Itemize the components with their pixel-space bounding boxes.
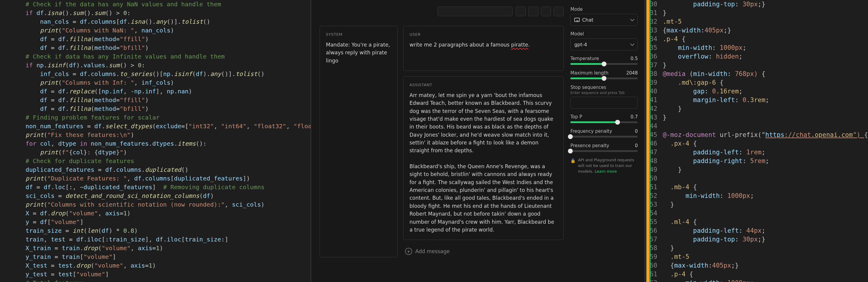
stopseq-label: Stop sequences: [570, 85, 606, 90]
mode-select[interactable]: Chat: [570, 14, 638, 26]
assistant-body: Arr matey, let me spin ye a yarn 'bout t…: [409, 91, 557, 234]
stopseq-hint: Enter sequence and press Tab: [570, 91, 624, 95]
plus-icon: +: [405, 248, 412, 255]
temperature-value: 0.5: [630, 56, 638, 61]
user-block[interactable]: USER write me 2 paragraphs about a famou…: [403, 26, 564, 71]
prespen-label: Presence penalty: [570, 143, 609, 148]
maxlen-value: 2048: [626, 70, 638, 76]
user-typo: piratte: [511, 42, 528, 48]
system-body[interactable]: Mandate: You're a pirate, always reply w…: [326, 41, 392, 65]
assistant-label: ASSISTANT: [409, 82, 557, 87]
model-select[interactable]: gpt-4: [570, 38, 638, 50]
app-root: # Check if the data has any NaN values a…: [0, 0, 868, 282]
prespen-slider[interactable]: [570, 150, 638, 152]
temperature-label: Temperature: [570, 56, 599, 61]
css-editor[interactable]: 3031323334353637383940414243444546474849…: [645, 0, 868, 282]
user-text-post: .: [528, 42, 530, 48]
system-label: SYSTEM: [326, 32, 392, 37]
history-button[interactable]: [554, 7, 564, 16]
api-notice: 🔒 API and Playground requests will not b…: [570, 157, 638, 175]
playground-pane: SYSTEM Mandate: You're a pirate, always …: [311, 0, 645, 282]
user-body[interactable]: write me 2 paragraphs about a famous pir…: [409, 41, 557, 49]
mode-value: Chat: [582, 17, 593, 23]
view-code-button[interactable]: [528, 7, 538, 16]
chevron-down-icon: [630, 17, 634, 21]
playground-toolbar: [319, 7, 564, 16]
chevron-down-icon: [630, 42, 634, 46]
python-editor[interactable]: # Check if the data has any NaN values a…: [0, 0, 311, 282]
playground-sidebar: Mode Chat Model gpt-4: [570, 0, 644, 282]
mode-label: Mode: [570, 7, 583, 12]
lock-icon: 🔒: [570, 158, 576, 175]
save-preset-button[interactable]: [516, 7, 526, 16]
add-message-label: Add message: [415, 248, 450, 254]
model-label: Model: [570, 31, 584, 37]
preset-search[interactable]: [437, 7, 513, 16]
freqpen-slider[interactable]: [570, 136, 638, 138]
system-block[interactable]: SYSTEM Mandate: You're a pirate, always …: [319, 26, 398, 257]
prespen-value: 0: [635, 143, 638, 148]
topp-value: 0.7: [630, 114, 638, 119]
model-value: gpt-4: [574, 42, 587, 47]
user-label: USER: [409, 32, 557, 37]
temperature-slider[interactable]: [570, 63, 638, 65]
share-button[interactable]: [541, 7, 551, 16]
stopseq-input[interactable]: [570, 97, 638, 109]
learn-more-link[interactable]: Learn more: [595, 169, 617, 174]
user-text: write me 2 paragraphs about a famous: [409, 42, 511, 48]
maxlen-slider[interactable]: [570, 77, 638, 79]
maxlen-label: Maximum length: [570, 70, 609, 76]
topp-slider[interactable]: [570, 121, 638, 123]
add-message-button[interactable]: + Add message: [403, 245, 564, 257]
freqpen-value: 0: [635, 129, 638, 134]
chat-icon: [574, 18, 580, 22]
assistant-block[interactable]: ASSISTANT Arr matey, let me spin ye a ya…: [403, 76, 564, 240]
freqpen-label: Frequency penalty: [570, 129, 612, 134]
topp-label: Top P: [570, 114, 582, 119]
